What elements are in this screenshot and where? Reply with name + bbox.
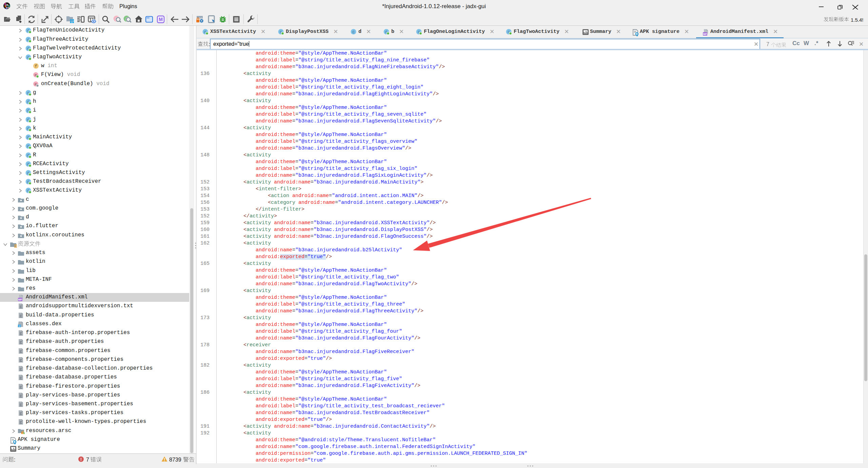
svg-text:M: M [159,17,163,22]
svg-text:J: J [19,325,20,328]
svg-text:f: f [35,64,37,69]
svg-text:MF: MF [703,33,707,36]
svg-text:c: c [352,30,355,35]
svg-text:MF: MF [18,298,22,301]
svg-text:!: ! [80,457,82,462]
